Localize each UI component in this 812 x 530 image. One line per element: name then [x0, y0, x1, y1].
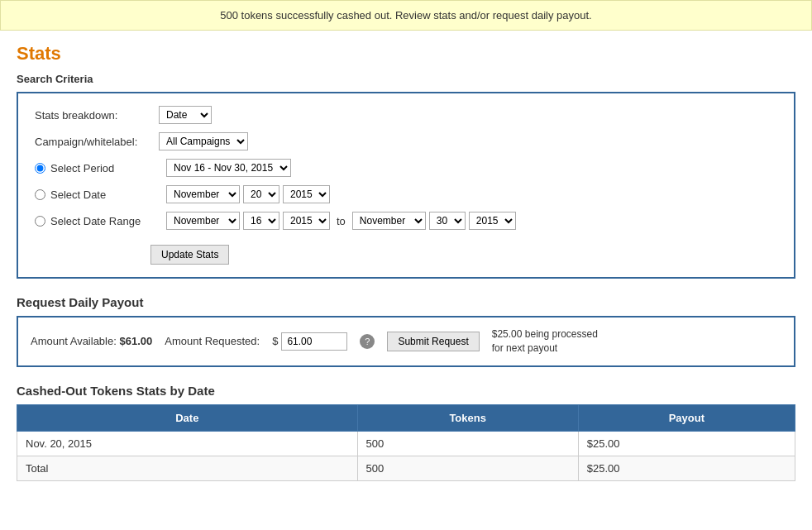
- range-from-year-select[interactable]: 2013201420152016: [283, 212, 330, 230]
- payout-section-title: Request Daily Payout: [17, 295, 795, 309]
- notification-text: 500 tokens successfully cashed out. Revi…: [220, 9, 591, 21]
- date-controls: JanuaryFebruaryMarchApril MayJuneJulyAug…: [166, 185, 330, 203]
- period-controls: Nov 16 - Nov 30, 2015: [166, 159, 291, 177]
- campaign-select[interactable]: All Campaigns: [159, 132, 248, 150]
- select-period-label[interactable]: Select Period: [50, 162, 158, 174]
- select-date-range-label[interactable]: Select Date Range: [50, 215, 158, 227]
- col-payout: Payout: [578, 404, 795, 431]
- col-tokens: Tokens: [357, 404, 578, 431]
- stats-breakdown-row: Stats breakdown: Date Month Year: [35, 106, 777, 124]
- search-criteria-label: Search Criteria: [17, 73, 795, 85]
- stats-table: Date Tokens Payout Nov. 20, 2015 500 $25…: [17, 404, 795, 481]
- select-date-row: Select Date JanuaryFebruaryMarchApril Ma…: [35, 185, 777, 203]
- period-select[interactable]: Nov 16 - Nov 30, 2015: [166, 159, 291, 177]
- select-period-radio[interactable]: [35, 163, 45, 174]
- cell-tokens: 500: [357, 456, 578, 480]
- cell-tokens: 500: [357, 431, 578, 456]
- payout-box: Amount Available: $61.00 Amount Requeste…: [17, 316, 795, 367]
- date-day-select[interactable]: 12345 678910 1112131415 1617181920 21222…: [243, 185, 279, 203]
- date-month-select[interactable]: JanuaryFebruaryMarchApril MayJuneJulyAug…: [166, 185, 240, 203]
- range-controls: JanuaryFebruaryMarchApril MayJuneJulyAug…: [166, 212, 516, 230]
- cell-date: Total: [17, 456, 358, 480]
- range-to-day-select[interactable]: 12345 678910 1112131415 1617181920 21222…: [429, 212, 466, 230]
- to-label: to: [337, 215, 346, 227]
- select-date-range-radio[interactable]: [35, 216, 45, 227]
- select-date-radio[interactable]: [35, 189, 45, 200]
- help-icon[interactable]: ?: [360, 334, 375, 349]
- dollar-sign: $: [272, 335, 278, 347]
- cell-payout: $25.00: [578, 456, 795, 480]
- table-row: Total 500 $25.00: [17, 456, 795, 480]
- table-header-row: Date Tokens Payout: [17, 404, 795, 431]
- select-date-range-row: Select Date Range JanuaryFebruaryMarchAp…: [35, 212, 777, 230]
- cell-payout: $25.00: [578, 431, 795, 456]
- range-from-day-select[interactable]: 12345 678910 1112131415 1617181920 21222…: [243, 212, 279, 230]
- amount-available-value: $61.00: [119, 335, 152, 347]
- date-year-select[interactable]: 2013201420152016: [283, 185, 330, 203]
- table-row: Nov. 20, 2015 500 $25.00: [17, 431, 795, 456]
- update-stats-button[interactable]: Update Stats: [150, 245, 229, 265]
- amount-requested-input[interactable]: [281, 332, 347, 351]
- amount-requested-label: Amount Requested:: [165, 335, 260, 347]
- notification-banner: 500 tokens successfully cashed out. Revi…: [0, 0, 812, 31]
- cell-date: Nov. 20, 2015: [17, 431, 358, 456]
- col-date: Date: [17, 404, 358, 431]
- range-to-month-select[interactable]: JanuaryFebruaryMarchApril MayJuneJulyAug…: [352, 212, 426, 230]
- submit-request-button[interactable]: Submit Request: [387, 332, 479, 351]
- select-date-label[interactable]: Select Date: [50, 189, 158, 201]
- range-to-year-select[interactable]: 2013201420152016: [469, 212, 516, 230]
- page-title: Stats: [17, 43, 795, 64]
- stats-breakdown-select[interactable]: Date Month Year: [159, 106, 212, 124]
- range-from-month-select[interactable]: JanuaryFebruaryMarchApril MayJuneJulyAug…: [166, 212, 240, 230]
- campaign-label: Campaign/whitelabel:: [35, 136, 159, 148]
- amount-requested-group: $: [272, 332, 347, 351]
- payout-processing-note: $25.00 being processed for next payout: [492, 327, 599, 356]
- amount-available-label: Amount Available: $61.00: [31, 335, 152, 347]
- campaign-row: Campaign/whitelabel: All Campaigns: [35, 132, 777, 150]
- stats-breakdown-label: Stats breakdown:: [35, 109, 159, 122]
- table-title: Cashed-Out Tokens Stats by Date: [17, 384, 795, 398]
- select-period-row: Select Period Nov 16 - Nov 30, 2015: [35, 159, 777, 177]
- search-criteria-box: Stats breakdown: Date Month Year Campaig…: [17, 92, 795, 279]
